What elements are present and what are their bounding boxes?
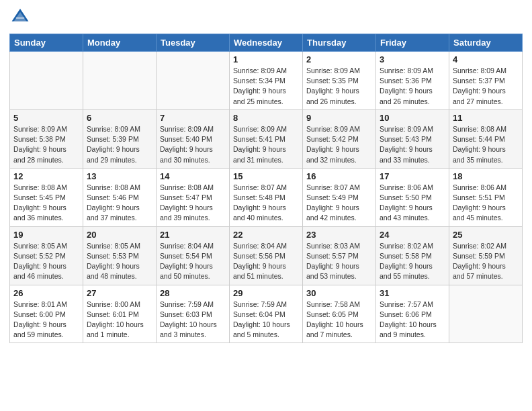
weekday-wednesday: Wednesday — [230, 34, 303, 52]
calendar-cell: 21Sunrise: 8:04 AM Sunset: 5:54 PM Dayli… — [157, 226, 230, 285]
weekday-header-row: SundayMondayTuesdayWednesdayThursdayFrid… — [10, 34, 523, 52]
calendar-cell: 8Sunrise: 8:09 AM Sunset: 5:41 PM Daylig… — [230, 109, 303, 168]
weekday-monday: Monday — [83, 34, 157, 52]
weekday-saturday: Saturday — [449, 34, 523, 52]
day-number: 28 — [160, 288, 226, 298]
calendar-cell: 9Sunrise: 8:09 AM Sunset: 5:42 PM Daylig… — [303, 109, 376, 168]
day-info: Sunrise: 8:05 AM Sunset: 5:53 PM Dayligh… — [87, 241, 152, 282]
day-number: 14 — [160, 171, 226, 181]
day-info: Sunrise: 8:04 AM Sunset: 5:56 PM Dayligh… — [233, 241, 299, 282]
calendar-cell: 17Sunrise: 8:06 AM Sunset: 5:50 PM Dayli… — [376, 168, 449, 226]
logo-icon — [11, 7, 30, 26]
calendar-cell — [10, 52, 83, 110]
day-info: Sunrise: 8:09 AM Sunset: 5:36 PM Dayligh… — [380, 66, 445, 107]
weekday-tuesday: Tuesday — [157, 34, 230, 52]
day-info: Sunrise: 8:09 AM Sunset: 5:43 PM Dayligh… — [380, 124, 445, 165]
day-info: Sunrise: 8:09 AM Sunset: 5:38 PM Dayligh… — [13, 124, 79, 165]
day-info: Sunrise: 8:05 AM Sunset: 5:52 PM Dayligh… — [13, 241, 79, 282]
day-info: Sunrise: 8:03 AM Sunset: 5:57 PM Dayligh… — [306, 241, 372, 282]
day-number: 12 — [13, 171, 79, 181]
calendar-cell: 1Sunrise: 8:09 AM Sunset: 5:34 PM Daylig… — [230, 52, 303, 110]
day-number: 19 — [13, 230, 79, 240]
day-number: 24 — [380, 230, 445, 240]
svg-rect-2 — [16, 17, 24, 19]
day-info: Sunrise: 8:04 AM Sunset: 5:54 PM Dayligh… — [160, 241, 226, 282]
calendar-cell: 4Sunrise: 8:09 AM Sunset: 5:37 PM Daylig… — [449, 52, 523, 110]
day-number: 17 — [380, 171, 445, 181]
day-number: 11 — [453, 113, 519, 123]
calendar-cell: 27Sunrise: 8:00 AM Sunset: 6:01 PM Dayli… — [83, 285, 157, 343]
day-info: Sunrise: 8:00 AM Sunset: 6:01 PM Dayligh… — [87, 300, 152, 340]
calendar-cell: 15Sunrise: 8:07 AM Sunset: 5:48 PM Dayli… — [230, 168, 303, 226]
calendar-cell: 22Sunrise: 8:04 AM Sunset: 5:56 PM Dayli… — [230, 226, 303, 285]
day-number: 26 — [13, 288, 79, 298]
day-info: Sunrise: 8:02 AM Sunset: 5:58 PM Dayligh… — [380, 241, 445, 282]
calendar-cell — [157, 52, 230, 110]
day-number: 20 — [87, 230, 152, 240]
day-info: Sunrise: 8:09 AM Sunset: 5:35 PM Dayligh… — [306, 66, 372, 107]
day-number: 29 — [233, 288, 299, 298]
page: SundayMondayTuesdayWednesdayThursdayFrid… — [0, 0, 532, 353]
day-info: Sunrise: 8:09 AM Sunset: 5:42 PM Dayligh… — [306, 124, 372, 165]
day-info: Sunrise: 7:58 AM Sunset: 6:05 PM Dayligh… — [306, 300, 372, 340]
logo — [9, 7, 30, 28]
calendar-cell: 3Sunrise: 8:09 AM Sunset: 5:36 PM Daylig… — [376, 52, 449, 110]
day-number: 4 — [453, 54, 519, 64]
day-info: Sunrise: 7:59 AM Sunset: 6:03 PM Dayligh… — [160, 300, 226, 340]
day-number: 23 — [306, 230, 372, 240]
day-number: 7 — [160, 113, 226, 123]
calendar-week-row: 19Sunrise: 8:05 AM Sunset: 5:52 PM Dayli… — [10, 226, 523, 285]
day-number: 13 — [87, 171, 152, 181]
calendar-cell: 6Sunrise: 8:09 AM Sunset: 5:39 PM Daylig… — [83, 109, 157, 168]
calendar-cell: 12Sunrise: 8:08 AM Sunset: 5:45 PM Dayli… — [10, 168, 83, 226]
calendar-cell: 23Sunrise: 8:03 AM Sunset: 5:57 PM Dayli… — [303, 226, 376, 285]
calendar-cell: 28Sunrise: 7:59 AM Sunset: 6:03 PM Dayli… — [157, 285, 230, 343]
day-info: Sunrise: 8:09 AM Sunset: 5:34 PM Dayligh… — [233, 66, 299, 107]
day-number: 8 — [233, 113, 299, 123]
day-info: Sunrise: 8:06 AM Sunset: 5:51 PM Dayligh… — [453, 183, 519, 224]
calendar-cell — [449, 285, 523, 343]
calendar-cell: 20Sunrise: 8:05 AM Sunset: 5:53 PM Dayli… — [83, 226, 157, 285]
weekday-friday: Friday — [376, 34, 449, 52]
calendar-week-row: 1Sunrise: 8:09 AM Sunset: 5:34 PM Daylig… — [10, 52, 523, 110]
day-number: 5 — [13, 113, 79, 123]
day-number: 30 — [306, 288, 372, 298]
calendar-cell: 30Sunrise: 7:58 AM Sunset: 6:05 PM Dayli… — [303, 285, 376, 343]
weekday-sunday: Sunday — [10, 34, 83, 52]
day-info: Sunrise: 8:07 AM Sunset: 5:48 PM Dayligh… — [233, 183, 299, 224]
day-number: 31 — [380, 288, 445, 298]
day-number: 15 — [233, 171, 299, 181]
day-info: Sunrise: 8:08 AM Sunset: 5:46 PM Dayligh… — [87, 183, 152, 224]
day-info: Sunrise: 8:08 AM Sunset: 5:45 PM Dayligh… — [13, 183, 79, 224]
calendar-week-row: 26Sunrise: 8:01 AM Sunset: 6:00 PM Dayli… — [10, 285, 523, 343]
calendar-cell: 13Sunrise: 8:08 AM Sunset: 5:46 PM Dayli… — [83, 168, 157, 226]
day-number: 9 — [306, 113, 372, 123]
day-number: 6 — [87, 113, 152, 123]
calendar-cell: 5Sunrise: 8:09 AM Sunset: 5:38 PM Daylig… — [10, 109, 83, 168]
day-number: 18 — [453, 171, 519, 181]
calendar-cell: 19Sunrise: 8:05 AM Sunset: 5:52 PM Dayli… — [10, 226, 83, 285]
calendar-cell: 31Sunrise: 7:57 AM Sunset: 6:06 PM Dayli… — [376, 285, 449, 343]
calendar-week-row: 5Sunrise: 8:09 AM Sunset: 5:38 PM Daylig… — [10, 109, 523, 168]
calendar-cell: 18Sunrise: 8:06 AM Sunset: 5:51 PM Dayli… — [449, 168, 523, 226]
calendar-cell: 29Sunrise: 7:59 AM Sunset: 6:04 PM Dayli… — [230, 285, 303, 343]
calendar-table: SundayMondayTuesdayWednesdayThursdayFrid… — [9, 34, 523, 343]
calendar-week-row: 12Sunrise: 8:08 AM Sunset: 5:45 PM Dayli… — [10, 168, 523, 226]
day-number: 22 — [233, 230, 299, 240]
calendar-cell: 2Sunrise: 8:09 AM Sunset: 5:35 PM Daylig… — [303, 52, 376, 110]
day-info: Sunrise: 8:06 AM Sunset: 5:50 PM Dayligh… — [380, 183, 445, 224]
day-info: Sunrise: 8:08 AM Sunset: 5:47 PM Dayligh… — [160, 183, 226, 224]
calendar-cell: 14Sunrise: 8:08 AM Sunset: 5:47 PM Dayli… — [157, 168, 230, 226]
day-number: 21 — [160, 230, 226, 240]
calendar-cell: 7Sunrise: 8:09 AM Sunset: 5:40 PM Daylig… — [157, 109, 230, 168]
calendar-cell: 10Sunrise: 8:09 AM Sunset: 5:43 PM Dayli… — [376, 109, 449, 168]
day-info: Sunrise: 8:09 AM Sunset: 5:40 PM Dayligh… — [160, 124, 226, 165]
day-number: 25 — [453, 230, 519, 240]
day-info: Sunrise: 8:09 AM Sunset: 5:37 PM Dayligh… — [453, 66, 519, 107]
calendar-cell: 25Sunrise: 8:02 AM Sunset: 5:59 PM Dayli… — [449, 226, 523, 285]
day-number: 10 — [380, 113, 445, 123]
day-info: Sunrise: 8:09 AM Sunset: 5:41 PM Dayligh… — [233, 124, 299, 165]
weekday-thursday: Thursday — [303, 34, 376, 52]
calendar-cell: 16Sunrise: 8:07 AM Sunset: 5:49 PM Dayli… — [303, 168, 376, 226]
day-info: Sunrise: 7:57 AM Sunset: 6:06 PM Dayligh… — [380, 300, 445, 340]
